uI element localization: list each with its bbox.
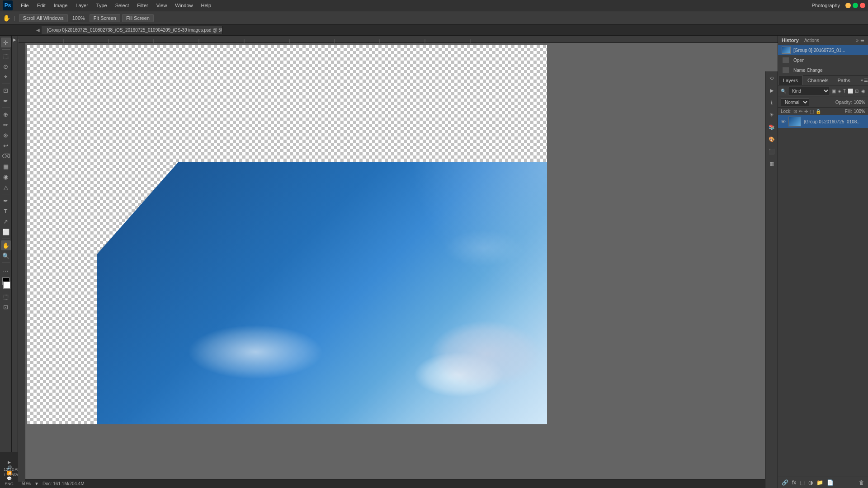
- history-item-2[interactable]: Name Change: [778, 65, 868, 75]
- fit-screen-button[interactable]: Fit Screen: [90, 14, 120, 22]
- filter-pixel-btn[interactable]: ▣: [832, 89, 836, 94]
- libraries-panel-icon[interactable]: 📚: [767, 122, 777, 132]
- lock-move-btn[interactable]: ✛: [804, 109, 808, 114]
- workspace-label: Photography: [812, 3, 840, 8]
- menu-view[interactable]: View: [153, 2, 171, 9]
- lock-pixel-btn[interactable]: ✏: [799, 109, 802, 114]
- menu-help[interactable]: Help: [197, 2, 215, 9]
- delete-layer-btn[interactable]: 🗑: [858, 479, 865, 487]
- swatches-panel-icon[interactable]: ⬛: [767, 146, 777, 156]
- layers-menu-btn[interactable]: ☰: [864, 78, 868, 83]
- menu-layer[interactable]: Layer: [72, 2, 92, 9]
- canvas-area[interactable]: ▶: [18, 36, 778, 488]
- action-panel-icon[interactable]: ▶: [767, 85, 777, 95]
- new-layer-btn[interactable]: 📄: [826, 479, 835, 487]
- tab-layers[interactable]: Layers: [778, 75, 803, 85]
- eraser-tool[interactable]: ⌫: [1, 151, 11, 161]
- gradients-panel-icon[interactable]: ▦: [767, 159, 777, 169]
- menu-window[interactable]: Window: [171, 2, 196, 9]
- filter-shape-btn[interactable]: ⬜: [848, 89, 853, 94]
- status-arrow[interactable]: ▼: [34, 481, 39, 486]
- status-bar: 50% ▼ Doc: 161.1M/204.4M: [18, 479, 765, 488]
- healing-brush-tool[interactable]: ⊕: [1, 109, 11, 119]
- blend-mode-select[interactable]: Normal: [781, 99, 809, 106]
- lasso-tool[interactable]: ⊙: [1, 61, 11, 71]
- history-brush-tool[interactable]: ↩: [1, 141, 11, 150]
- history-item-0[interactable]: [Group 0]-20160725_01...: [778, 45, 868, 55]
- layer-visibility-toggle[interactable]: 👁: [781, 119, 786, 124]
- opacity-value: 100%: [854, 100, 865, 105]
- ruler-top: [18, 36, 778, 43]
- filter-type-btn[interactable]: T: [843, 89, 846, 94]
- pen-tool[interactable]: ✒: [1, 196, 11, 206]
- quick-select-tool[interactable]: ⌖: [1, 72, 11, 82]
- history-item-1[interactable]: Open: [778, 55, 868, 65]
- hand-tool[interactable]: ✋: [1, 240, 11, 250]
- properties-panel-icon[interactable]: ℹ: [767, 98, 777, 108]
- menu-select[interactable]: Select: [112, 2, 133, 9]
- eyedropper-tool[interactable]: ✒: [1, 96, 11, 106]
- layer-item-0[interactable]: 👁 [Group 0]-20160725_0108...: [778, 115, 868, 128]
- tab-channels[interactable]: Channels: [803, 76, 833, 85]
- minimize-button[interactable]: [845, 3, 851, 8]
- shape-tool[interactable]: ⬜: [1, 227, 11, 237]
- actions-tab[interactable]: Actions: [802, 38, 821, 43]
- fill-screen-button[interactable]: Fill Screen: [122, 14, 154, 22]
- add-mask-btn[interactable]: ⬚: [799, 479, 806, 487]
- background-color[interactable]: [3, 282, 10, 289]
- brush-tool[interactable]: ✏: [1, 120, 11, 130]
- filter-smartobj-btn[interactable]: ⊡: [855, 89, 859, 94]
- canvas-wrapper: [27, 45, 547, 424]
- link-layers-btn[interactable]: 🔗: [781, 479, 789, 487]
- close-button[interactable]: [860, 3, 865, 8]
- frame-button[interactable]: ⊡: [1, 302, 11, 312]
- adjustments-panel-icon[interactable]: ☀: [767, 110, 777, 120]
- layers-spacer: [778, 128, 868, 477]
- gradient-tool[interactable]: ▦: [1, 161, 11, 171]
- collapse-left-icon: ▶: [13, 38, 16, 42]
- filter-adj-btn[interactable]: ◈: [838, 89, 841, 94]
- path-select-tool[interactable]: ↗: [1, 216, 11, 226]
- lock-position-btn[interactable]: ⊡: [793, 109, 797, 114]
- dodge-tool[interactable]: △: [1, 182, 11, 192]
- extra-tools[interactable]: …: [1, 264, 11, 274]
- clone-stamp-tool[interactable]: ⊛: [1, 130, 11, 140]
- menu-edit[interactable]: Edit: [33, 2, 49, 9]
- crop-tool[interactable]: ⊡: [1, 85, 11, 95]
- menu-filter[interactable]: Filter: [133, 2, 151, 9]
- menu-file[interactable]: File: [17, 2, 33, 9]
- zoom-tool[interactable]: 🔍: [1, 251, 11, 261]
- history-expand-btn[interactable]: »: [856, 38, 859, 43]
- lock-artboard-btn[interactable]: ⬚: [810, 109, 814, 114]
- screen-mode-button[interactable]: ⬚: [1, 291, 11, 301]
- blur-tool[interactable]: ◉: [1, 172, 11, 182]
- filter-toggle[interactable]: ◉: [861, 89, 865, 94]
- haze-effect: [411, 162, 547, 298]
- expand-panel-icon[interactable]: ▶: [8, 460, 11, 465]
- layer-filter-select[interactable]: Kind: [788, 87, 830, 95]
- tab-paths[interactable]: Paths: [833, 76, 855, 85]
- lock-all-btn[interactable]: 🔒: [816, 109, 821, 114]
- layers-expand-btn[interactable]: »: [860, 78, 863, 83]
- maximize-button[interactable]: [853, 3, 858, 8]
- history-thumb-2: [782, 66, 791, 74]
- collapse-left-panel[interactable]: ▶: [12, 36, 18, 488]
- type-tool[interactable]: T: [1, 206, 11, 216]
- layers-panel-controls: » ☰: [860, 78, 868, 83]
- move-tool[interactable]: ✛: [1, 38, 11, 47]
- history-menu-btn[interactable]: ☰: [860, 38, 864, 43]
- new-group-btn[interactable]: 📁: [816, 479, 824, 487]
- document-tab[interactable]: [Group 0]-20160725_010802738_iOS_2016072…: [42, 26, 222, 34]
- color-panel-icon[interactable]: 🎨: [767, 134, 777, 144]
- create-fill-btn[interactable]: ◑: [807, 479, 814, 487]
- add-style-btn[interactable]: fx: [791, 479, 797, 487]
- hand-tool-icon[interactable]: ✋: [3, 14, 10, 22]
- history-panel-icon[interactable]: ⟲: [767, 73, 777, 83]
- menu-type[interactable]: Type: [93, 2, 111, 9]
- history-panel: History Actions » ☰ [Group 0]-20160725_0…: [778, 36, 868, 75]
- doc-size-display: Doc: 161.1M/204.4M: [42, 481, 85, 486]
- scroll-all-windows-button[interactable]: Scroll All Windows: [19, 14, 68, 22]
- selection-tool[interactable]: ⬚: [1, 51, 11, 61]
- tab-scroll-left[interactable]: ◀: [36, 28, 40, 33]
- menu-image[interactable]: Image: [50, 2, 71, 9]
